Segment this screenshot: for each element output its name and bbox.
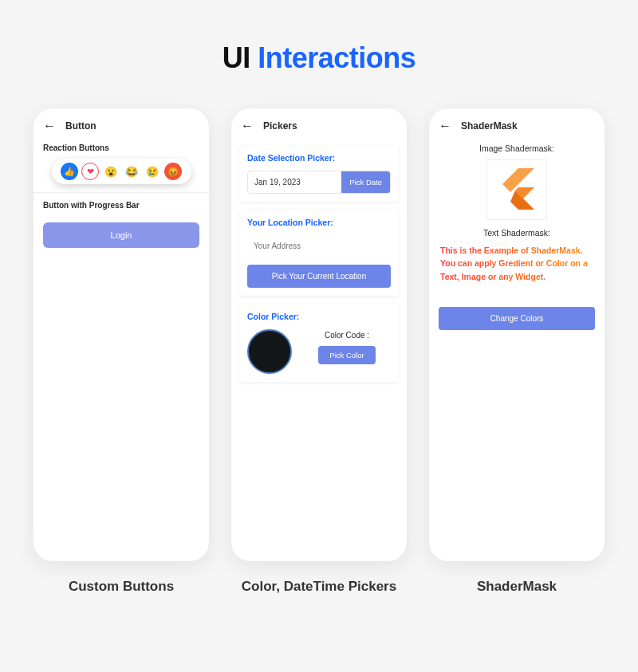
- divider: [33, 192, 209, 193]
- location-section-title: Your Location Picker:: [247, 218, 391, 227]
- reaction-angry-icon[interactable]: 😡: [164, 163, 182, 180]
- title-part-1: UI: [223, 41, 250, 74]
- date-section-title: Date Selection Picker:: [247, 153, 391, 163]
- color-picker-card: Color Picker: Color Code : Pick Color: [239, 304, 399, 382]
- back-icon[interactable]: ←: [439, 120, 451, 132]
- phone-caption-pickers: Color, DateTime Pickers: [242, 579, 396, 595]
- color-swatch[interactable]: [247, 329, 292, 374]
- gradient-text: This is the Example of ShaderMask. You c…: [440, 244, 593, 283]
- phone-shadermask: ← ShaderMask Image Shadermask: Text Shad…: [429, 108, 605, 561]
- change-colors-button[interactable]: Change Colors: [439, 307, 595, 330]
- reaction-haha-icon[interactable]: 😂: [123, 163, 140, 180]
- color-code-label: Color Code :: [325, 331, 369, 340]
- login-button[interactable]: Login: [43, 222, 199, 248]
- address-input[interactable]: [247, 235, 391, 257]
- back-icon[interactable]: ←: [241, 120, 254, 132]
- date-value: Jan 19, 2023: [248, 171, 341, 193]
- date-row: Jan 19, 2023 Pick Date: [247, 171, 391, 194]
- reaction-love-icon[interactable]: ❤: [81, 163, 99, 180]
- appbar: ← Pickers: [231, 108, 407, 140]
- location-picker-card: Your Location Picker: Pick Your Current …: [239, 210, 399, 296]
- text-shadermask-label: Text Shadermask:: [429, 228, 605, 238]
- date-picker-card: Date Selection Picker: Jan 19, 2023 Pick…: [239, 145, 399, 202]
- pick-location-button[interactable]: Pick Your Current Location: [247, 265, 391, 288]
- pick-date-button[interactable]: Pick Date: [341, 171, 390, 193]
- appbar-title: Pickers: [263, 120, 297, 132]
- appbar-title: ShaderMask: [461, 120, 518, 132]
- phone-col-shadermask: ← ShaderMask Image Shadermask: Text Shad…: [429, 108, 605, 595]
- reaction-sad-icon[interactable]: 😢: [144, 163, 161, 180]
- reaction-section-label: Reaction Buttons: [33, 140, 209, 159]
- title-part-2: Interactions: [258, 41, 415, 74]
- phone-col-pickers: ← Pickers Date Selection Picker: Jan 19,…: [231, 108, 407, 595]
- phone-caption-buttons: Custom Buttons: [69, 579, 174, 595]
- back-icon[interactable]: ←: [43, 120, 56, 132]
- image-shadermask-label: Image Shadermask:: [429, 143, 605, 153]
- phone-buttons: ← Button Reaction Buttons 👍 ❤ 😮 😂 😢 😡 Bu…: [33, 108, 209, 561]
- appbar: ← Button: [33, 108, 209, 140]
- reaction-like-icon[interactable]: 👍: [61, 163, 78, 180]
- page-title: UI Interactions: [0, 0, 638, 75]
- phone-caption-shadermask: ShaderMask: [477, 579, 557, 595]
- phone-col-buttons: ← Button Reaction Buttons 👍 ❤ 😮 😂 😢 😡 Bu…: [33, 108, 209, 595]
- appbar: ← ShaderMask: [429, 108, 605, 140]
- flutter-logo-icon: [486, 159, 547, 220]
- phone-pickers: ← Pickers Date Selection Picker: Jan 19,…: [231, 108, 407, 561]
- color-row: Color Code : Pick Color: [247, 329, 391, 374]
- appbar-title: Button: [65, 120, 96, 132]
- color-section-title: Color Picker:: [247, 312, 391, 321]
- progress-section-label: Button with Progress Bar: [33, 198, 209, 216]
- reaction-wow-icon[interactable]: 😮: [102, 163, 120, 180]
- phones-row: ← Button Reaction Buttons 👍 ❤ 😮 😂 😢 😡 Bu…: [0, 108, 638, 595]
- color-right-col: Color Code : Pick Color: [303, 329, 391, 364]
- reaction-bar: 👍 ❤ 😮 😂 😢 😡: [52, 159, 191, 184]
- pick-color-button[interactable]: Pick Color: [318, 346, 375, 364]
